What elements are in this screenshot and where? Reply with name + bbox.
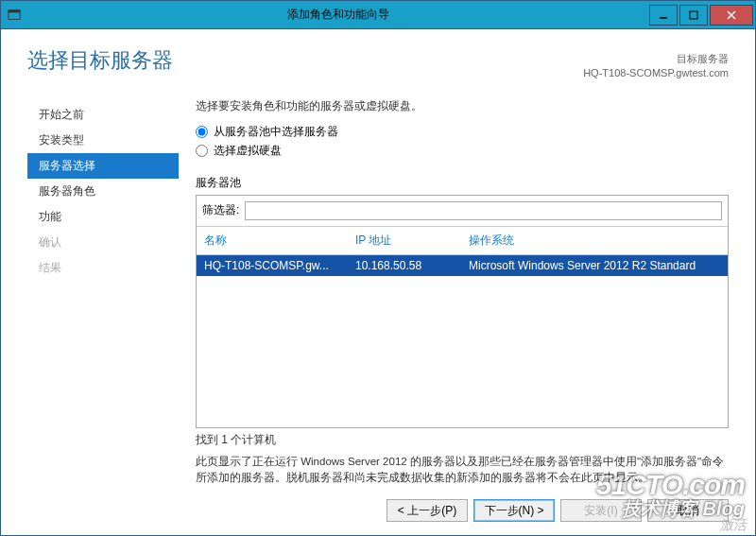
table-row[interactable]: HQ-T108-SCOMSP.gw... 10.168.50.58 Micros… <box>197 255 728 276</box>
step-server-roles[interactable]: 服务器角色 <box>27 179 179 204</box>
steps-sidebar: 开始之前 安装类型 服务器选择 服务器角色 功能 确认 结果 <box>27 98 179 522</box>
page-title: 选择目标服务器 <box>27 46 173 75</box>
target-label: 目标服务器 <box>583 52 729 66</box>
cell-os: Microsoft Windows Server 2012 R2 Standar… <box>469 259 720 272</box>
destination-radio-group: 从服务器池中选择服务器 选择虚拟硬盘 <box>196 124 729 162</box>
radio-select-from-pool-label: 从服务器池中选择服务器 <box>214 124 338 140</box>
radio-select-from-pool[interactable]: 从服务器池中选择服务器 <box>196 124 729 140</box>
previous-button[interactable]: < 上一步(P) <box>387 499 468 522</box>
svg-rect-1 <box>9 9 20 12</box>
column-os[interactable]: 操作系统 <box>469 233 720 249</box>
wizard-window: 添加角色和功能向导 选择目标服务器 目标服务器 HQ-T108-SCOMSP.g… <box>0 0 756 536</box>
content-area: 选择目标服务器 目标服务器 HQ-T108-SCOMSP.gwtest.com … <box>1 29 755 535</box>
next-button[interactable]: 下一步(N) > <box>473 499 555 522</box>
install-button: 安装(I) <box>560 499 642 522</box>
cell-ip: 10.168.50.58 <box>355 259 469 272</box>
count-label: 找到 1 个计算机 <box>196 432 729 448</box>
step-before-you-begin[interactable]: 开始之前 <box>27 102 179 128</box>
svg-rect-3 <box>690 11 697 19</box>
radio-select-vhd-label: 选择虚拟硬盘 <box>214 143 282 159</box>
filter-input[interactable] <box>245 201 722 220</box>
app-icon <box>7 8 22 23</box>
instruction-text: 选择要安装角色和功能的服务器或虚拟硬盘。 <box>196 98 729 114</box>
window-title: 添加角色和功能向导 <box>27 7 649 23</box>
cell-name: HQ-T108-SCOMSP.gw... <box>204 259 355 272</box>
target-value: HQ-T108-SCOMSP.gwtest.com <box>583 66 729 80</box>
titlebar: 添加角色和功能向导 <box>1 1 755 29</box>
column-name[interactable]: 名称 <box>204 233 355 249</box>
radio-select-from-pool-input[interactable] <box>196 126 208 138</box>
footer-buttons: < 上一步(P) 下一步(N) > 安装(I) 取消 <box>196 493 729 522</box>
step-server-selection[interactable]: 服务器选择 <box>27 153 179 179</box>
step-installation-type[interactable]: 安装类型 <box>27 128 179 153</box>
radio-select-vhd[interactable]: 选择虚拟硬盘 <box>196 143 729 159</box>
filter-label: 筛选器: <box>202 202 239 218</box>
close-button[interactable] <box>710 5 753 26</box>
server-pool-label: 服务器池 <box>196 175 729 191</box>
filter-row: 筛选器: <box>197 196 728 227</box>
window-controls <box>649 5 755 26</box>
minimize-button[interactable] <box>649 5 678 26</box>
target-info: 目标服务器 HQ-T108-SCOMSP.gwtest.com <box>583 52 729 81</box>
maximize-button[interactable] <box>679 5 708 26</box>
server-table-body: HQ-T108-SCOMSP.gw... 10.168.50.58 Micros… <box>197 255 728 427</box>
header-row: 选择目标服务器 目标服务器 HQ-T108-SCOMSP.gwtest.com <box>27 46 729 81</box>
server-pool-box: 筛选器: 名称 IP 地址 操作系统 HQ-T108-SCOMSP.gw... … <box>196 195 729 428</box>
step-results: 结果 <box>27 255 179 281</box>
cancel-button[interactable]: 取消 <box>647 499 729 522</box>
main-panel: 选择要安装角色和功能的服务器或虚拟硬盘。 从服务器池中选择服务器 选择虚拟硬盘 … <box>179 98 729 522</box>
step-features[interactable]: 功能 <box>27 204 179 230</box>
body-row: 开始之前 安装类型 服务器选择 服务器角色 功能 确认 结果 选择要安装角色和功… <box>27 98 729 522</box>
column-ip[interactable]: IP 地址 <box>355 233 469 249</box>
server-table-header: 名称 IP 地址 操作系统 <box>197 227 728 255</box>
step-confirmation: 确认 <box>27 230 179 255</box>
explanation-text: 此页显示了正在运行 Windows Server 2012 的服务器以及那些已经… <box>196 454 729 487</box>
radio-select-vhd-input[interactable] <box>196 145 208 157</box>
